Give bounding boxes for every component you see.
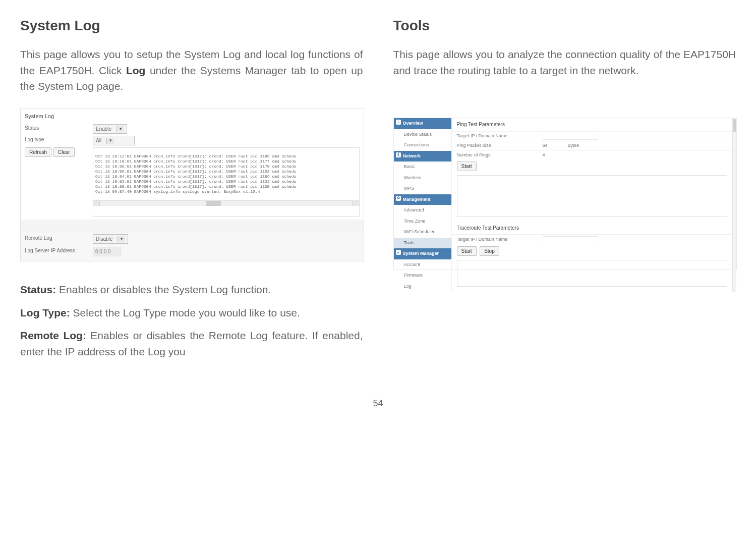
ping-count-label: Number of Pings (457, 152, 543, 159)
sidebar-system-manager-header[interactable]: ▲ System Manager (394, 248, 451, 259)
status-value: Enable (96, 125, 111, 133)
ping-count-input[interactable]: 4 (543, 152, 568, 159)
status-dropdown[interactable]: Enable ▼ (93, 124, 127, 134)
sidebar-overview-label: Overview (403, 121, 423, 126)
trace-pane-title: Traceroute Test Parameters (452, 222, 733, 235)
page-number: 54 (20, 397, 736, 410)
tools-sidebar: i Overview Device Status Connections ❮ N… (394, 118, 452, 292)
sidebar-item-firmware[interactable]: Firmware (394, 270, 451, 281)
panel-divider (21, 220, 364, 233)
sidebar-item-log[interactable]: Log (394, 281, 451, 292)
remote-label: Remote Log (25, 234, 93, 242)
sidebar-item-connections[interactable]: Connections (394, 140, 451, 151)
log-scrollbar[interactable] (93, 200, 359, 206)
intro-bold-log: Log (126, 65, 145, 76)
syslog-intro: This page allows you to setup the System… (20, 46, 363, 94)
sidebar-item-wireless[interactable]: Wireless (394, 173, 451, 184)
ip-input[interactable]: 0.0.0.0 (93, 247, 121, 256)
chevron-down-icon: ▼ (118, 236, 125, 242)
def-logtype: Log Type: Select the Log Type mode you w… (20, 305, 363, 321)
sidebar-item-advanced[interactable]: Advanced (394, 205, 451, 216)
logtype-dropdown[interactable]: All ▼ (93, 136, 135, 145)
scroll-thumb[interactable] (733, 119, 736, 132)
ping-target-input[interactable] (543, 133, 598, 140)
remote-value: Disable (96, 235, 112, 243)
ip-label: Log Server IP Address (25, 247, 93, 254)
sidebar-management-header[interactable]: ✿ Management (394, 194, 451, 205)
def-remote: Remote Log: Enables or disables the Remo… (20, 328, 363, 359)
tools-scrollbar[interactable] (732, 118, 736, 292)
info-icon: i (396, 120, 401, 125)
logtype-value: All (96, 137, 101, 144)
ping-start-button[interactable]: Start (457, 162, 477, 171)
def-status-term: Status: (20, 284, 56, 295)
sidebar-item-basic[interactable]: Basic (394, 162, 451, 173)
trace-output (457, 260, 728, 287)
tools-intro: This page allows you to analyze the conn… (393, 46, 736, 78)
sidebar-management-label: Management (403, 197, 431, 202)
trace-start-button[interactable]: Start (457, 246, 477, 256)
scroll-right-icon[interactable] (353, 201, 359, 206)
ping-size-label: Ping Packet Size (457, 142, 543, 149)
chevron-down-icon: ▼ (117, 126, 124, 132)
def-status-text: Enables or disables the System Log funct… (56, 284, 271, 295)
log-textarea[interactable]: Oct 18 10:12:01 EAP900H cron.info crond[… (93, 147, 360, 217)
sidebar-system-manager-label: System Manager (403, 251, 439, 256)
scroll-left-icon[interactable] (93, 201, 100, 206)
status-label: Status (25, 124, 93, 132)
def-status: Status: Enables or disables the System L… (20, 282, 363, 298)
user-icon: ▲ (396, 250, 401, 255)
tools-main: Ping Test Parameters Target IP / Domain … (452, 118, 733, 292)
def-remote-term: Remote Log: (20, 330, 86, 341)
ping-size-input[interactable]: 64 (543, 142, 568, 149)
share-icon: ❮ (396, 152, 401, 157)
sidebar-item-tools[interactable]: Tools (394, 238, 451, 249)
syslog-panel: System Log Status Enable ▼ Log type All … (20, 109, 364, 262)
panel-title: System Log (21, 109, 364, 124)
sidebar-network-label: Network (403, 153, 421, 158)
ping-target-label: Target IP / Domain Name (457, 133, 543, 140)
sidebar-item-wps[interactable]: WPS (394, 183, 451, 194)
trace-stop-button[interactable]: Stop (480, 246, 499, 256)
clear-button[interactable]: Clear (53, 147, 75, 157)
sidebar-network-header[interactable]: ❮ Network (394, 151, 451, 162)
refresh-button[interactable]: Refresh (25, 147, 51, 157)
remote-dropdown[interactable]: Disable ▼ (93, 234, 128, 244)
syslog-heading: System Log (20, 15, 363, 36)
log-content: Oct 18 10:12:01 EAP900H cron.info crond[… (95, 154, 296, 194)
ping-size-unit: Bytes (568, 142, 598, 149)
chevron-down-icon: ▼ (106, 138, 114, 144)
sidebar-item-account[interactable]: Account (394, 259, 451, 271)
gear-icon: ✿ (396, 196, 401, 201)
tools-panel: i Overview Device Status Connections ❮ N… (393, 118, 737, 270)
sidebar-item-wifi-scheduler[interactable]: WiFi Scheduler (394, 227, 451, 238)
sidebar-item-time-zone[interactable]: Time Zone (394, 216, 451, 227)
def-logtype-text: Select the Log Type mode you would like … (70, 307, 300, 318)
trace-target-label: Target IP / Domain Name (457, 236, 543, 243)
trace-target-input[interactable] (543, 236, 598, 243)
def-logtype-term: Log Type: (20, 307, 70, 318)
tools-heading: Tools (393, 15, 736, 36)
scroll-thumb[interactable] (206, 201, 221, 206)
sidebar-item-device-status[interactable]: Device Status (394, 129, 451, 140)
logtype-label: Log type (25, 136, 93, 143)
ping-output (457, 175, 728, 217)
sidebar-overview-header[interactable]: i Overview (394, 118, 451, 129)
ping-pane-title: Ping Test Parameters (452, 118, 733, 131)
